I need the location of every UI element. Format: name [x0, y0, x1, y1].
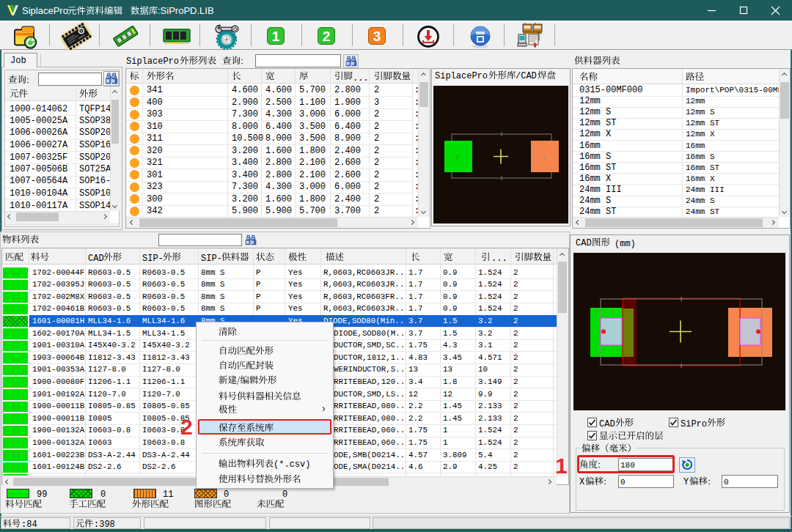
svg-text:3: 3 [373, 29, 381, 44]
svg-text:1: 1 [543, 155, 546, 160]
svg-text:1: 1 [272, 29, 280, 44]
svg-text:2: 2 [323, 29, 331, 44]
svg-text:2: 2 [455, 155, 458, 160]
